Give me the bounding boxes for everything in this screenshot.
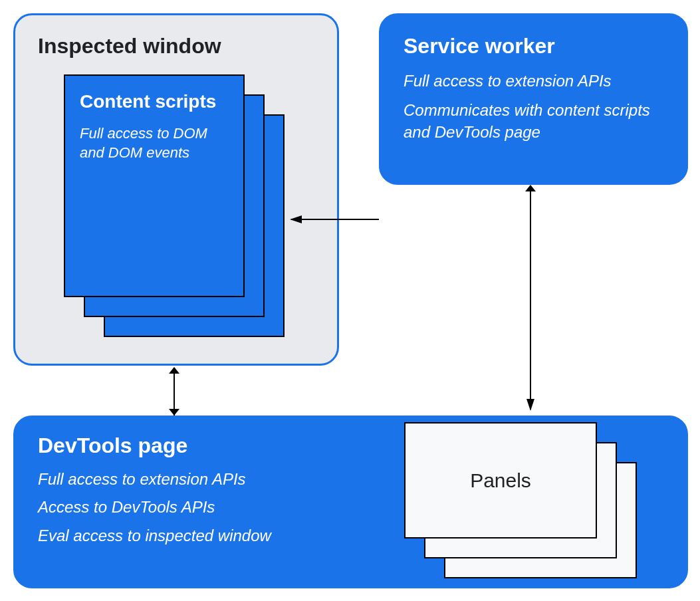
arrow-devtools-to-service-head [525,185,536,191]
content-scripts-desc: Full access to DOM and DOM events [80,124,229,163]
arrow-inspected-to-devtools-head [169,409,179,416]
service-worker-title: Service worker [404,34,663,59]
panels-label: Panels [470,469,531,492]
content-script-card-front: Content scripts Full access to DOM and D… [64,74,245,297]
panel-card-front: Panels [404,422,597,539]
inspected-window-title: Inspected window [38,34,314,59]
service-worker-line1: Full access to extension APIs [404,70,663,92]
content-scripts-title: Content scripts [80,90,229,113]
arrow-devtools-to-inspected-head [169,367,179,374]
service-worker-box: Service worker Full access to extension … [379,13,688,185]
service-worker-line2: Communicates with content scripts and De… [404,100,663,143]
